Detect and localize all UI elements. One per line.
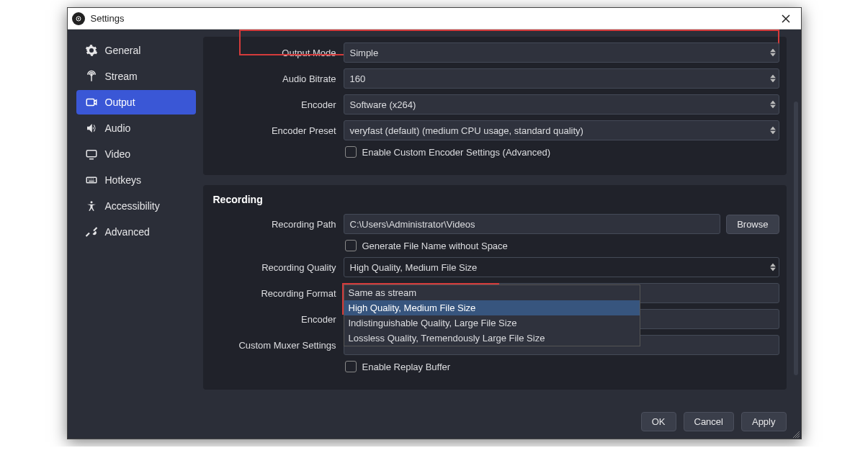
encoder-preset-select[interactable]: veryfast (default) (medium CPU usage, st… xyxy=(344,120,779,140)
label-rec-encoder: Encoder xyxy=(210,314,336,325)
sidebar-item-audio[interactable]: Audio xyxy=(76,116,196,140)
sidebar-item-general[interactable]: General xyxy=(76,38,196,63)
settings-window: Settings General Stream Output Audio xyxy=(67,7,802,439)
dropdown-option[interactable]: High Quality, Medium File Size xyxy=(344,300,640,315)
sidebar-item-label: Audio xyxy=(105,122,131,134)
antenna-icon xyxy=(85,70,98,83)
sidebar-item-label: Hotkeys xyxy=(105,174,142,186)
generate-filename-checkbox[interactable]: Generate File Name without Space xyxy=(344,240,508,251)
enable-replay-buffer-checkbox[interactable]: Enable Replay Buffer xyxy=(344,361,451,372)
browse-button[interactable]: Browse xyxy=(726,215,779,234)
encoder-select[interactable]: Software (x264) xyxy=(344,94,779,115)
spinner-icon xyxy=(770,101,776,109)
monitor-icon xyxy=(85,148,98,161)
checkbox-icon xyxy=(345,146,357,158)
recording-section-title: Recording xyxy=(203,185,787,211)
sidebar: General Stream Output Audio Video Hotkey… xyxy=(68,30,196,405)
label-output-mode: Output Mode xyxy=(210,48,336,58)
ok-button[interactable]: OK xyxy=(641,412,676,431)
label-custom-muxer: Custom Muxer Settings xyxy=(210,340,336,351)
recording-quality-dropdown[interactable]: Same as stream High Quality, Medium File… xyxy=(344,284,640,346)
scrollbar[interactable] xyxy=(794,102,798,375)
accessibility-icon xyxy=(85,199,98,212)
speaker-icon xyxy=(85,122,98,135)
tools-icon xyxy=(85,225,98,238)
label-recording-path: Recording Path xyxy=(210,219,336,230)
spinner-icon xyxy=(770,127,776,135)
checkbox-icon xyxy=(345,361,357,372)
sidebar-item-label: Output xyxy=(105,97,135,108)
svg-point-2 xyxy=(78,18,79,19)
dropdown-option[interactable]: Indistinguishable Quality, Large File Si… xyxy=(344,315,640,331)
svg-rect-6 xyxy=(86,177,97,183)
sidebar-item-label: Accessibility xyxy=(105,200,160,212)
gear-icon xyxy=(85,44,98,57)
spinner-icon xyxy=(770,75,776,83)
keyboard-icon xyxy=(85,174,98,187)
cancel-button[interactable]: Cancel xyxy=(684,412,734,431)
sidebar-item-stream[interactable]: Stream xyxy=(76,64,196,89)
sidebar-item-label: Video xyxy=(105,148,131,160)
sidebar-item-accessibility[interactable]: Accessibility xyxy=(76,194,196,218)
recording-path-input[interactable]: C:\Users\Administrator\Videos xyxy=(344,214,721,234)
label-encoder: Encoder xyxy=(210,99,336,110)
main-panel: Output Mode Simple Audio Bitrate 160 xyxy=(196,30,801,405)
checkbox-icon xyxy=(345,240,357,251)
sidebar-item-label: General xyxy=(105,45,141,56)
svg-rect-5 xyxy=(86,151,97,157)
output-icon xyxy=(85,96,98,109)
window-title: Settings xyxy=(91,13,125,24)
dropdown-option[interactable]: Same as stream xyxy=(344,285,640,300)
enable-custom-encoder-checkbox[interactable]: Enable Custom Encoder Settings (Advanced… xyxy=(344,146,551,158)
sidebar-item-label: Stream xyxy=(105,71,138,82)
sidebar-item-output[interactable]: Output xyxy=(76,90,196,115)
close-button[interactable] xyxy=(775,8,797,30)
label-encoder-preset: Encoder Preset xyxy=(210,125,336,136)
svg-rect-4 xyxy=(86,99,94,106)
audio-bitrate-select[interactable]: 160 xyxy=(344,68,779,89)
output-mode-select[interactable]: Simple xyxy=(344,42,779,63)
sidebar-item-hotkeys[interactable]: Hotkeys xyxy=(76,168,196,192)
apply-button[interactable]: Apply xyxy=(741,412,787,431)
dropdown-option[interactable]: Lossless Quality, Tremendously Large Fil… xyxy=(344,331,640,346)
recording-quality-select[interactable]: High Quality, Medium File Size xyxy=(344,257,779,277)
dialog-footer: OK Cancel Apply xyxy=(68,405,801,439)
close-icon xyxy=(782,14,790,23)
resize-grip[interactable] xyxy=(791,429,800,437)
svg-point-3 xyxy=(90,74,91,76)
spinner-icon xyxy=(770,264,776,272)
obs-icon xyxy=(72,12,85,25)
spinner-icon xyxy=(770,49,776,57)
sidebar-item-advanced[interactable]: Advanced xyxy=(76,220,196,244)
sidebar-item-video[interactable]: Video xyxy=(76,142,196,166)
titlebar: Settings xyxy=(68,8,801,30)
svg-point-7 xyxy=(90,201,92,203)
sidebar-item-label: Advanced xyxy=(105,226,150,238)
label-recording-quality: Recording Quality xyxy=(210,262,336,273)
label-audio-bitrate: Audio Bitrate xyxy=(210,73,336,84)
label-recording-format: Recording Format xyxy=(210,288,336,299)
